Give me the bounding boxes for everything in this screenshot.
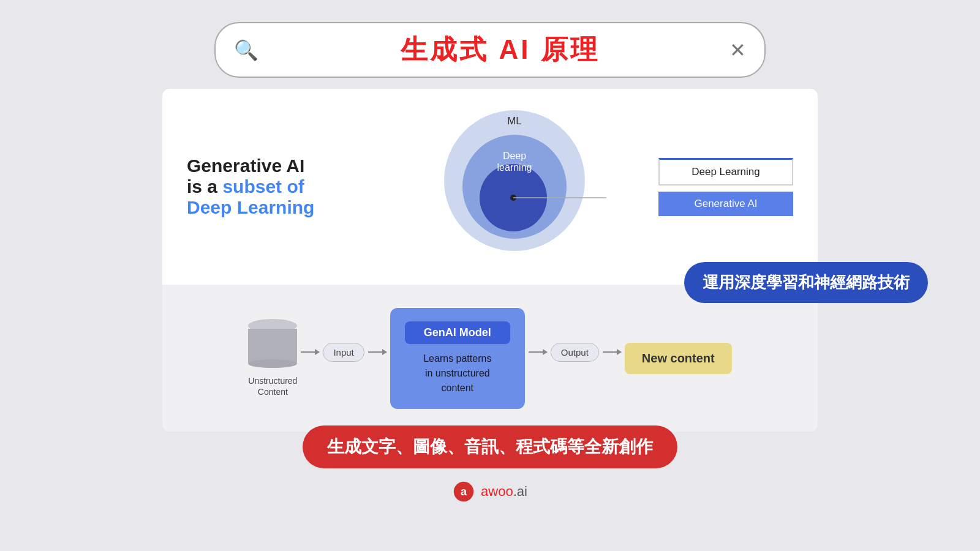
arrow-line-4	[603, 351, 621, 353]
awoo-logo-icon: a	[453, 481, 475, 503]
top-section: Generative AI is a subset of Deep Learni…	[162, 89, 818, 285]
search-query: 生成式 AI 原理	[271, 32, 729, 68]
gen-ai-title-line2: is a subset of	[187, 176, 383, 197]
generative-ai-description: Generative AI is a subset of Deep Learni…	[187, 156, 383, 218]
arrow-output: Output	[525, 343, 625, 374]
legend-generative-ai: Generative AI	[658, 192, 793, 216]
arrow-line-3	[529, 351, 547, 353]
input-pill: Input	[323, 343, 364, 362]
svg-text:ML: ML	[507, 115, 522, 127]
arrow-line-1	[301, 351, 319, 353]
cylinder-bottom	[248, 359, 297, 368]
unstructured-content-item: UnstructuredContent	[248, 319, 297, 397]
footer: a awoo.ai	[453, 481, 527, 503]
callout-blue: 運用深度學習和神經網路技術	[684, 262, 928, 303]
svg-text:Deep: Deep	[503, 151, 526, 161]
legend-deep-learning: Deep Learning	[658, 158, 793, 186]
cylinder-icon	[248, 319, 297, 368]
arrow-line-2	[368, 351, 386, 353]
bottom-section: UnstructuredContent Input GenAI Model Le…	[162, 285, 818, 432]
main-card: Generative AI is a subset of Deep Learni…	[162, 89, 818, 432]
arrow-input: Input	[297, 343, 390, 374]
genai-model-description: Learns patternsin unstructuredcontent	[405, 351, 510, 395]
gen-ai-title-line1: Generative AI	[187, 156, 383, 176]
legend-area: Deep Learning Generative AI	[658, 158, 793, 216]
venn-diagram: ML Deep learning	[423, 107, 606, 266]
unstructured-label: UnstructuredContent	[248, 375, 297, 397]
genai-model-box: GenAI Model Learns patternsin unstructur…	[390, 308, 525, 409]
close-icon[interactable]: ✕	[729, 39, 746, 62]
search-bar[interactable]: 🔍 生成式 AI 原理 ✕	[214, 22, 766, 78]
callout-red: 生成文字、圖像、音訊、程式碼等全新創作	[303, 425, 677, 468]
svg-text:learning: learning	[497, 162, 532, 173]
search-icon: 🔍	[234, 39, 258, 62]
svg-text:a: a	[461, 485, 467, 498]
gen-ai-title-line3: Deep Learning	[187, 197, 383, 218]
output-pill: Output	[551, 343, 599, 362]
brand-name: awoo.ai	[481, 484, 527, 500]
search-bar-wrapper: 🔍 生成式 AI 原理 ✕	[214, 22, 766, 78]
new-content-box: New content	[625, 343, 732, 374]
genai-model-title: GenAI Model	[405, 321, 510, 344]
venn-diagram-area: ML Deep learning	[383, 107, 646, 266]
